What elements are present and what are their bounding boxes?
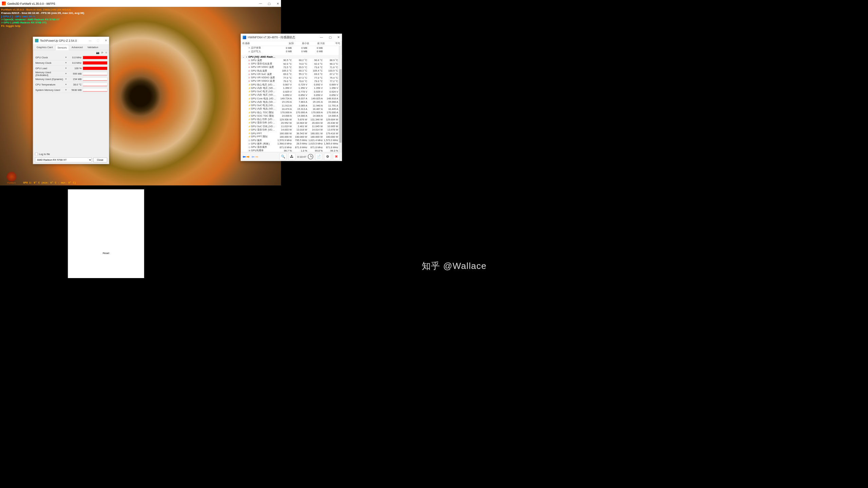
settings-button[interactable]: ⚙ [324, 153, 331, 160]
sensor-row[interactable]: ⚡ GPU 内存 电流 (VDDCI_M... 16.474 A 15.313 … [241, 107, 342, 111]
sensor-row[interactable]: ⊘ 总计读取 0 MB 0 MB 0 MB [241, 46, 342, 50]
sensor-current: 1,566.6 MHz [276, 142, 292, 145]
sensor-value: 38.0 °C [67, 83, 83, 86]
sensor-row[interactable]: ⚡ GPU SOC TDC 限制 14.000 A 14.000 A 14.00… [241, 114, 342, 117]
search-button[interactable]: 🔍 [280, 153, 287, 160]
sensor-row[interactable]: ⚡ GPU PPT 180.000 W 36.543 W 180.001 W 1… [241, 131, 342, 135]
arrow-right-icon[interactable]: ➡ [246, 154, 250, 159]
minimize-button[interactable]: — [320, 36, 323, 39]
sensor-row[interactable]: ⚡ GPU 显存功率 (VDDCI_MEM) 14.003 W 13.016 W… [241, 128, 342, 131]
refresh-icon[interactable]: ⟳ [101, 51, 103, 54]
network-button[interactable]: 🖧 [288, 153, 296, 160]
sensor-row[interactable]: ⊘ 总计写入 0 MB 0 MB 0 MB [241, 50, 342, 53]
minimize-button[interactable]: — [259, 2, 262, 5]
maximize-button[interactable]: ▢ [268, 2, 271, 5]
maximize-button[interactable]: ▢ [329, 36, 332, 39]
sensor-row[interactable]: 🌡 GPU VR VDDC 温度 73.5 °C 55.5 °C 73.6 °C… [241, 65, 342, 69]
sensor-row[interactable]: System Memory Used ▼ 5630 MB [35, 87, 108, 93]
sensor-row[interactable]: ⚡ GPU Core 电流 (VDDCR_G... 149.724 A 8.03… [241, 97, 342, 100]
furmark-titlebar[interactable]: Geeks3D FurMark v1.35.0.0 - 96FPS — ▢ ✕ [0, 0, 281, 7]
sensor-group-header[interactable]: ⌄▪GPU [#0]: AMD Radeon R... [241, 55, 342, 58]
sensor-row[interactable]: ◷ GPU 显存频率 871.8 MHz 871.8 MHz 871.8 MHz… [241, 145, 342, 149]
sensor-current: 92.0 °C [276, 62, 292, 65]
sensor-row[interactable]: 🌡 GPU 温度 90.5 °C 68.2 °C 90.6 °C 88.9 °C [241, 58, 342, 62]
sensor-row[interactable]: GPU Clock ▼ 0.0 MHz [35, 55, 108, 60]
screenshot-icon[interactable]: 📷 [96, 51, 99, 54]
sensor-row[interactable]: 🌡 GPU VR VDDCI 温度 79.0 °C 70.0 °C 79.0 °… [241, 79, 342, 82]
reset-button[interactable]: Reset [68, 189, 144, 278]
sensor-row[interactable]: 🌡 GPU 热点温度 105.3 °C 68.3 °C 105.4 °C 103… [241, 69, 342, 72]
dropdown-icon[interactable]: ▼ [64, 83, 67, 85]
sensor-row[interactable]: ⚡ GPU PPT 限制 180.000 W 180.000 W 180.000… [241, 135, 342, 138]
amp-icon: ⚡ [247, 114, 251, 117]
collapse-icon[interactable]: ⌄ [242, 56, 245, 58]
sensor-row[interactable]: ⚡ GPU 内存 电压 (VDDCI_M... 0.850 V 0.850 V … [241, 93, 342, 96]
close-button[interactable]: ✕ [105, 39, 107, 42]
maximize-button[interactable]: ▢ [97, 39, 99, 42]
sensor-max: 180.001 W [307, 132, 323, 135]
scrollbar[interactable] [339, 46, 342, 152]
close-button[interactable]: ✕ [277, 2, 279, 5]
minimize-button[interactable]: — [89, 39, 91, 42]
dropdown-icon[interactable]: ▼ [64, 73, 67, 75]
dropdown-icon[interactable]: ▼ [64, 56, 67, 58]
nav-arrows[interactable]: ⬅ ➡ [243, 154, 250, 159]
tab-sensors[interactable]: Sensors [55, 45, 69, 50]
hwinfo-toolbar: ⬅ ➡ ⬅ ➡ 🔍 🖧 0:10:47 📄 ⚙ ✖ [241, 152, 342, 161]
sensor-row[interactable]: ◔ GPU利用率 99.7 % 1.0 % 99.8 % 99.3 % [241, 149, 342, 152]
hwinfo-titlebar[interactable]: HWiNFO64 v7.30-4870 - 传感器状态 — ▢ ✕ [241, 34, 342, 41]
sensor-max: 73.6 °C [307, 65, 323, 69]
tab-advanced[interactable]: Advanced [70, 45, 84, 50]
sensor-row[interactable]: GPU Load ▼ 100 % [35, 66, 108, 71]
sensor-graph [83, 83, 108, 86]
sensor-current: 16.474 A [276, 107, 292, 110]
sensor-max: 0.850 V [307, 93, 323, 96]
exit-button[interactable]: ✖ [333, 153, 340, 160]
sensor-min: 55.3 °C [291, 73, 307, 76]
sensor-row[interactable]: ◷ GPU 频率 1,570.9 MHz 795.5 MHz 1,621.4 M… [241, 138, 342, 142]
tab-graphics-card[interactable]: Graphics Card [35, 45, 55, 50]
menu-icon[interactable]: ≡ [106, 51, 107, 54]
sensor-row[interactable]: ⚡ GPU 核心功率 (VDDCR_GFX) 129.936 W 5.876 W… [241, 117, 342, 121]
scrollbar-thumb[interactable] [339, 69, 341, 142]
sensor-row[interactable]: 🌡 GPU VR SoC 温度 69.0 °C 55.3 °C 69.0 °C … [241, 72, 342, 76]
dropdown-icon[interactable]: ▼ [64, 62, 67, 64]
nav-arrows-2[interactable]: ⬅ ➡ [251, 154, 259, 159]
sensor-row[interactable]: ⚡ GPU SoC 电压 (VDDCR_S... 0.925 V 0.778 V… [241, 90, 342, 93]
tab-validation[interactable]: Validation [86, 45, 100, 50]
device-select[interactable]: AMD Radeon RX 5700 XT [35, 157, 92, 162]
hwinfo-sensor-list[interactable]: ⊘ 总计读取 0 MB 0 MB 0 MB ⊘ 总计写入 0 MB 0 MB 0… [241, 46, 342, 152]
arrow-left-icon[interactable]: ⬅ [243, 154, 246, 159]
sensor-row[interactable]: ⚡ GPU 内存 电压 (VDDIO) 1.356 V 1.356 V 1.35… [241, 86, 342, 90]
sensor-row[interactable]: ⚡ GPU SoC 电流 (VDDCR_S... 11.913 A 3.085 … [241, 103, 342, 107]
sensor-row[interactable]: Memory Used (Dynamic) ▼ 154 MB [35, 77, 108, 82]
sensor-row[interactable]: CPU Temperature ▼ 38.0 °C [35, 82, 108, 87]
sensor-row[interactable]: 🌡 GPU VR VDDIO 温度 77.0 °C 67.3 °C 77.0 °… [241, 76, 342, 79]
sensor-row[interactable]: ◷ GPU 频率 (有效) 1,566.6 MHz 28.5 MHz 1,615… [241, 142, 342, 145]
sensor-row[interactable]: Memory Used (Dedicated) ▼ 555 MB [35, 71, 108, 77]
sensor-row[interactable]: ⚡ GPU SoC 功耗 (VDDCR_S... 11.019 W 2.401 … [241, 124, 342, 128]
dropdown-icon[interactable]: ▼ [64, 89, 67, 91]
sensor-row[interactable]: ⚡ GPU 显存功率 (VDDIO) 20.552 W 10.664 W 20.… [241, 121, 342, 124]
sensor-max: 16.487 A [307, 107, 323, 110]
sensor-row[interactable]: ⚡ GPU 核心电压 (VDDCR_GFX) 0.867 V 0.729 V 0… [241, 83, 342, 86]
dropdown-icon[interactable]: ▼ [64, 78, 67, 80]
arrow-left-icon[interactable]: ⬅ [251, 154, 255, 159]
sensor-name: GPU PPT [251, 132, 276, 135]
arrow-right-icon[interactable]: ➡ [255, 154, 259, 159]
sensor-row[interactable]: 🌡 GPU 显存结点温度 92.0 °C 74.0 °C 92.0 °C 90.… [241, 62, 342, 65]
hwinfo-column-header[interactable]: 传感器 实际 最小值 最大值 平均 [241, 41, 342, 46]
log-button[interactable]: 📄 [315, 153, 322, 160]
close-button[interactable]: ✕ [337, 36, 340, 39]
sensor-row[interactable]: ⚡ GPU 内存 电流 (VDDIO) 15.153 A 7.863 A 15.… [241, 100, 342, 103]
gpuz-titlebar[interactable]: TechPowerUp GPU-Z 2.54.0 — ▢ ✕ [33, 37, 109, 44]
sensor-row[interactable]: Memory Clock ▼ 0.0 MHz [35, 60, 108, 66]
log-to-file-checkbox[interactable]: Log to file [35, 153, 50, 156]
sensor-current: 149.724 A [276, 97, 292, 100]
dropdown-icon[interactable]: ▼ [64, 67, 67, 69]
close-button[interactable]: Close [93, 157, 107, 162]
sensor-row[interactable]: ⚡ GPU 核心 TDC 限制 170.000 A 170.000 A 170.… [241, 111, 342, 114]
sensor-min: 67.3 °C [291, 76, 307, 79]
sensor-value: 0.0 MHz [67, 61, 83, 64]
log-to-file-input[interactable] [35, 153, 38, 156]
